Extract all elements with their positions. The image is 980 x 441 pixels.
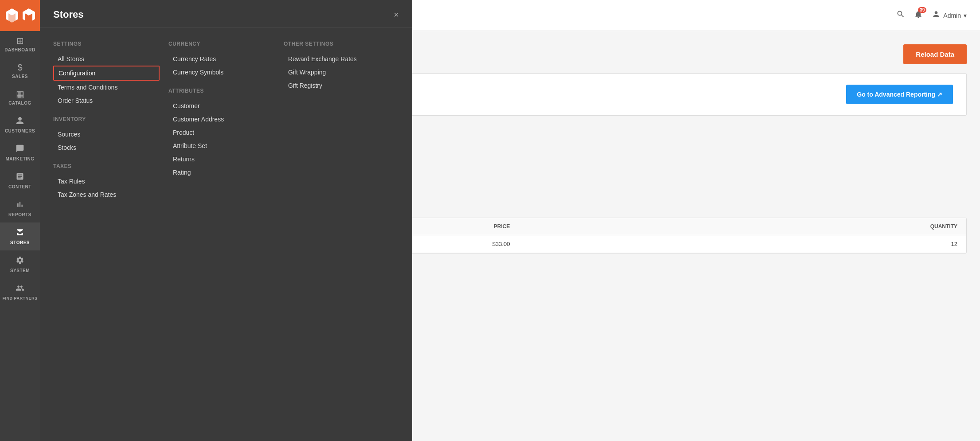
user-dropdown-icon: ▾ (964, 12, 967, 19)
sidebar-item-reports-label: REPORTS (8, 212, 31, 217)
sidebar-item-catalog-label: CATALOG (8, 101, 31, 105)
user-avatar-icon (932, 10, 941, 21)
sidebar-item-stores[interactable]: STORES (0, 222, 40, 250)
sidebar-item-find-partners-label: FIND PARTNERS (3, 296, 38, 301)
menu-item-gift-registry[interactable]: Gift Registry (284, 79, 390, 92)
sidebar-logo (0, 0, 40, 31)
menu-item-configuration[interactable]: Configuration (53, 66, 160, 81)
inventory-section-title: Inventory (53, 116, 160, 122)
modal-header: Stores × (40, 0, 412, 27)
user-menu[interactable]: Admin ▾ (932, 10, 967, 21)
modal-title: Stores (53, 9, 83, 20)
attributes-section-title: Attributes (168, 88, 275, 94)
menu-item-gift-wrapping[interactable]: Gift Wrapping (284, 66, 390, 79)
sidebar-item-marketing-label: MARKETING (5, 156, 34, 161)
currency-section-title: Currency (168, 41, 275, 47)
content-icon (16, 172, 24, 182)
sidebar-item-dashboard[interactable]: ⊞ DASHBOARD (0, 31, 40, 58)
table-header-quantity: Quantity (510, 223, 958, 230)
modal-close-button[interactable]: × (394, 10, 399, 19)
menu-item-tax-rules[interactable]: Tax Rules (53, 175, 160, 188)
settings-section-title: Settings (53, 41, 160, 47)
sidebar-item-stores-label: STORES (10, 240, 30, 245)
menu-item-currency-rates[interactable]: Currency Rates (168, 52, 275, 66)
notification-badge: 39 (918, 7, 926, 13)
reload-data-button[interactable]: Reload Data (903, 44, 967, 64)
menu-item-terms-conditions[interactable]: Terms and Conditions (53, 81, 160, 94)
menu-item-customer-address[interactable]: Customer Address (168, 113, 275, 126)
sidebar-item-system[interactable]: SYSTEM (0, 250, 40, 278)
notification-bell[interactable]: 39 (914, 10, 923, 21)
taxes-section-title: Taxes (53, 163, 160, 169)
reports-icon (16, 200, 24, 210)
sidebar-item-sales[interactable]: $ SALES (0, 58, 40, 84)
menu-item-all-stores[interactable]: All Stores (53, 52, 160, 66)
menu-item-reward-exchange-rates[interactable]: Reward Exchange Rates (284, 52, 390, 66)
customers-icon (16, 116, 24, 126)
menu-item-rating[interactable]: Rating (168, 166, 275, 179)
user-name: Admin (943, 12, 961, 19)
stores-modal: Stores × Settings All Stores Configurati… (40, 0, 412, 441)
menu-item-product[interactable]: Product (168, 126, 275, 139)
sales-icon: $ (17, 63, 22, 72)
search-icon[interactable] (896, 10, 905, 21)
sidebar-item-catalog[interactable]: ▦ CATALOG (0, 84, 40, 111)
catalog-icon: ▦ (16, 90, 24, 98)
sidebar-item-customers[interactable]: CUSTOMERS (0, 111, 40, 139)
sidebar-item-content-label: CONTENT (8, 184, 31, 189)
menu-item-order-status[interactable]: Order Status (53, 94, 160, 107)
find-partners-icon (16, 284, 24, 294)
modal-column-3: Other Settings Reward Exchange Rates Gif… (284, 36, 399, 432)
magento-logo-icon (3, 7, 21, 24)
sidebar-item-marketing[interactable]: MARKETING (0, 139, 40, 167)
sidebar-item-content[interactable]: CONTENT (0, 167, 40, 195)
table-cell-quantity: 12 (510, 241, 958, 247)
sidebar: ⊞ DASHBOARD $ SALES ▦ CATALOG CUSTOMERS … (0, 0, 40, 441)
sidebar-item-dashboard-label: DASHBOARD (4, 47, 35, 52)
magento-m-icon (21, 8, 37, 23)
menu-item-stocks[interactable]: Stocks (53, 141, 160, 154)
sidebar-item-find-partners[interactable]: FIND PARTNERS (0, 278, 40, 306)
menu-item-customer[interactable]: Customer (168, 99, 275, 113)
stores-icon (16, 228, 24, 238)
menu-item-currency-symbols[interactable]: Currency Symbols (168, 66, 275, 79)
advanced-reporting-button[interactable]: Go to Advanced Reporting ↗ (846, 85, 953, 104)
system-icon (16, 256, 24, 266)
menu-item-returns[interactable]: Returns (168, 152, 275, 166)
sidebar-item-system-label: SYSTEM (10, 268, 30, 273)
menu-item-sources[interactable]: Sources (53, 128, 160, 141)
menu-item-tax-zones-rates[interactable]: Tax Zones and Rates (53, 188, 160, 201)
menu-item-attribute-set[interactable]: Attribute Set (168, 139, 275, 152)
sidebar-item-customers-label: CUSTOMERS (5, 129, 35, 133)
marketing-icon (16, 144, 24, 154)
sidebar-item-reports[interactable]: REPORTS (0, 195, 40, 222)
modal-column-2: Currency Currency Rates Currency Symbols… (168, 36, 284, 432)
other-settings-section-title: Other Settings (284, 41, 390, 47)
modal-body: Settings All Stores Configuration Terms … (40, 27, 412, 441)
sidebar-item-sales-label: SALES (12, 74, 28, 79)
dashboard-icon: ⊞ (16, 36, 24, 45)
modal-column-1: Settings All Stores Configuration Terms … (53, 36, 168, 432)
